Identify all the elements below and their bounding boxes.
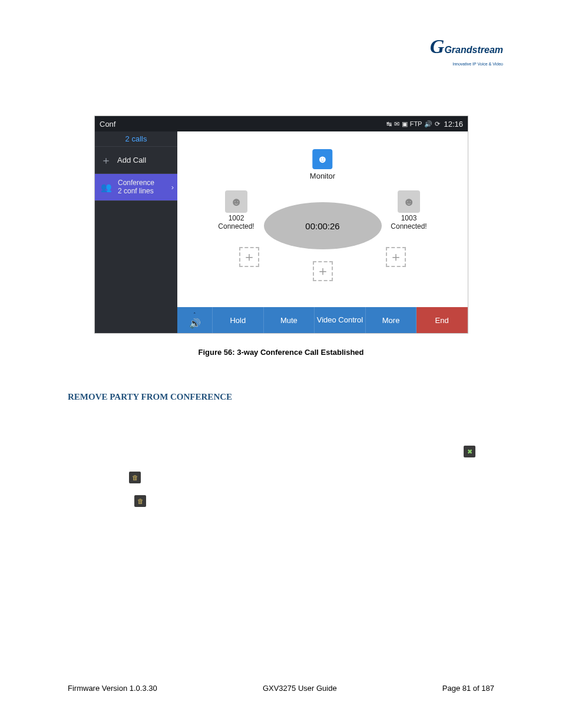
voicemail-icon: ✉ [394,120,399,128]
video-control-button[interactable]: Video Control [315,307,366,333]
footer-title: GXV3275 User Guide [263,684,337,693]
sync-icon: ⟳ [435,120,440,128]
figure-caption: Figure 56: 3-way Conference Call Establi… [0,348,562,357]
speaker-toggle[interactable]: ˄ 🔊 [177,307,213,333]
left-sidebar: 2 calls ＋ Add Call 👥 Conference 2 conf l… [95,131,177,333]
screenshot-frame: Conf ↹ ✉ ▣ FTP 🔊 ⟳ 12:16 2 calls ＋ Add C… [94,116,468,334]
footer-page: Page 81 of 187 [442,684,494,693]
end-button[interactable]: End [416,307,468,333]
participant-id: 1002 [213,214,260,222]
speaker-icon: 🔊 [189,318,201,329]
hold-button[interactable]: Hold [213,307,264,333]
delete-participant-icon [129,472,141,483]
call-transfer-icon: ↹ [386,120,392,128]
participant-status: Connected! [213,222,260,230]
people-icon: 👥 [101,182,112,193]
calls-count: 2 calls [95,131,177,147]
add-participant-slot[interactable]: ＋ [313,261,333,281]
conference-canvas: ☻ Monitor 00:00:26 ☻ 1002 Connected! ☻ 1… [177,131,468,333]
conference-label: Conference 2 conf lines [118,179,154,195]
mute-participant-icon [464,446,475,457]
chevron-up-icon: ˄ [193,312,196,318]
person-icon: ☻ [312,149,332,169]
add-call-button[interactable]: ＋ Add Call [95,147,177,174]
call-toolbar: ˄ 🔊 Hold Mute Video Control More End [177,307,468,333]
status-icons: ↹ ✉ ▣ FTP 🔊 ⟳ [386,120,441,128]
ftp-icon: FTP [410,120,422,127]
brand-logo: GGrandstream Innovative IP Voice & Video [430,35,503,67]
conference-line-item[interactable]: 👥 Conference 2 conf lines [95,174,177,201]
mute-button[interactable]: Mute [264,307,315,333]
participant-status: Connected! [385,222,432,230]
volume-icon: 🔊 [424,120,432,128]
window-title: Conf [100,120,115,129]
person-icon: ☻ [398,190,420,213]
picture-icon: ▣ [402,120,408,128]
section-heading: REMOVE PARTY FROM CONFERENCE [68,392,232,402]
footer-firmware: Firmware Version 1.0.3.30 [68,684,157,693]
participant-1003[interactable]: ☻ 1003 Connected! [385,190,432,230]
monitor-participant[interactable]: ☻ Monitor [310,149,335,180]
person-icon: ☻ [225,190,247,213]
add-call-label: Add Call [117,156,146,164]
status-bar: Conf ↹ ✉ ▣ FTP 🔊 ⟳ 12:16 [95,116,468,131]
clock: 12:16 [444,120,463,129]
plus-icon: ＋ [101,153,111,167]
participant-id: 1003 [385,214,432,222]
add-participant-slot[interactable]: ＋ [239,247,259,267]
add-participant-slot[interactable]: ＋ [386,247,406,267]
more-button[interactable]: More [366,307,417,333]
monitor-label: Monitor [310,172,335,180]
delete-participant-icon [134,495,146,507]
participant-1002[interactable]: ☻ 1002 Connected! [213,190,260,230]
call-timer: 00:00:26 [264,202,382,249]
page-footer: Firmware Version 1.0.3.30 GXV3275 User G… [68,684,494,693]
